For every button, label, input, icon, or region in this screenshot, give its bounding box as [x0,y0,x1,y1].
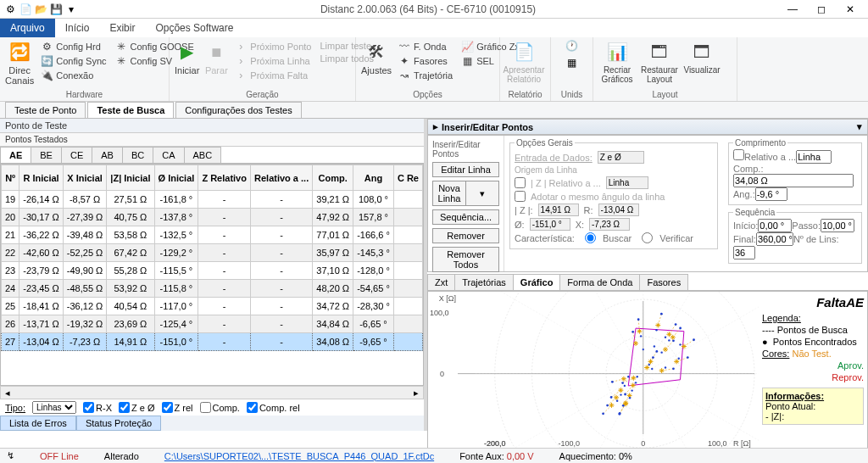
gtab-forma-onda[interactable]: Forma de Onda [559,274,640,290]
new-icon[interactable]: 📄 [19,3,32,16]
nova-linha-button[interactable]: Nova Linha [432,181,466,206]
table-row[interactable]: 26-13,71 Ω-19,32 Ω23,69 Ω-125,4 °--34,84… [2,315,423,333]
passo-input[interactable] [821,219,854,232]
restaurar-layout[interactable]: 🗔Restaurar Layout [641,40,678,84]
save-icon[interactable]: 💾 [49,3,63,16]
config-hrd[interactable]: ⚙Config Hrd [39,40,108,53]
table-row[interactable]: 20-30,17 Ω-27,39 Ω40,75 Ω-137,8 °--47,92… [2,209,423,226]
tab-arquivo[interactable]: Arquivo [0,19,55,37]
ajustes-button[interactable]: 🛠 Ajustes [361,40,392,75]
col-header[interactable]: Nº [2,165,19,191]
tab-exibir[interactable]: Exibir [99,19,145,37]
proxima-falta[interactable]: ›Próxima Falta [233,69,313,82]
table-row[interactable]: 24-23,45 Ω-48,55 Ω53,92 Ω-115,8 °--48,20… [2,280,423,298]
phase-ce[interactable]: CE [61,147,92,163]
ang-input[interactable] [755,187,787,201]
gtab-trajetorias[interactable]: Trajetórias [454,274,514,290]
phase-ae[interactable]: AE [0,147,31,163]
o-input[interactable] [530,218,570,231]
nlin-input[interactable] [733,246,755,259]
col-header[interactable]: R Inicial [19,165,64,191]
status-path[interactable]: C:\Users\SUPORTE02\...\TESTE_BUSCA_P446_… [164,451,434,461]
radio-verificar[interactable] [642,232,653,243]
table-row[interactable]: 19-26,14 Ω-8,57 Ω27,51 Ω-161,8 °--39,21 … [2,191,423,209]
proxima-linha[interactable]: ›Próxima Linha [233,54,313,68]
gtab-zxt[interactable]: Zxt [427,274,455,290]
f-onda[interactable]: 〰F. Onda [397,40,454,53]
comp-input[interactable] [733,174,854,187]
nova-linha-dropdown[interactable]: ▾ [466,181,499,206]
gtab-grafico[interactable]: Gráfico [513,274,561,290]
grid-icon[interactable]: ▦ [566,57,578,69]
chk-zrel2[interactable] [515,177,526,188]
col-header[interactable]: |Z| Inicial [107,165,154,191]
parar-button[interactable]: ■ Parar [204,40,228,75]
col-header[interactable]: Ang [353,165,394,191]
chk-comprel[interactable]: Comp. rel [247,402,300,413]
subtab-lista-erros[interactable]: Lista de Erros [0,416,76,431]
doctab-teste-ponto[interactable]: Teste de Ponto [5,102,86,118]
col-header[interactable]: Comp. [313,165,353,191]
table-row[interactable]: 27-13,04 Ω-7,23 Ω14,91 Ω-151,0 °--34,08 … [2,333,423,351]
inicio-input[interactable] [758,219,792,232]
relatorio-button[interactable]: 📄 Apresentar Relatório [505,40,542,84]
doctab-config-testes[interactable]: Configurações dos Testes [175,102,301,118]
chk-rx[interactable]: R-X [83,402,112,413]
points-table[interactable]: NºR InicialX Inicial|Z| InicialØ Inicial… [1,165,423,351]
chk-zrel[interactable]: Z rel [162,402,193,413]
editar-linha-button[interactable]: Editar Linha [432,162,499,177]
minimize-button[interactable]: ― [778,0,807,19]
col-header[interactable]: Ø Inicial [154,165,198,191]
remover-button[interactable]: Remover [432,228,499,243]
table-row[interactable]: 21-36,22 Ω-39,48 Ω53,58 Ω-132,5 °--77,01… [2,226,423,244]
dropdown-icon[interactable]: ▾ [64,3,78,16]
col-header[interactable]: C Re [393,165,422,191]
config-sync[interactable]: 🔄Config Sync [39,54,108,68]
sequencia-button[interactable]: Sequência... [432,209,499,225]
phase-ab[interactable]: AB [92,147,123,163]
chk-adotar[interactable] [515,191,526,202]
col-header[interactable]: Relativo a ... [250,165,312,191]
r-input[interactable] [598,204,639,216]
maximize-button[interactable]: ◻ [807,0,836,19]
rel-select[interactable] [796,150,832,164]
x-input[interactable] [589,218,630,231]
trajetoria[interactable]: ↝Trajetória [397,69,454,82]
chk-relativo[interactable] [733,149,744,160]
visualizar[interactable]: 🗖Visualizar [683,40,721,75]
phase-abc[interactable]: ABC [184,147,222,163]
gtab-fasores[interactable]: Fasores [639,274,688,290]
zrel-select[interactable] [606,176,648,189]
doctab-teste-busca[interactable]: Teste de Busca [87,102,174,118]
direc-canais-button[interactable]: 🔁 Direc Canais [5,40,34,86]
col-header[interactable]: Z Relativo [198,165,251,191]
radio-buscar[interactable] [585,232,596,243]
tab-inicio[interactable]: Início [55,19,100,37]
entrada-dados[interactable] [598,151,644,164]
z-input[interactable] [538,204,579,216]
conexao[interactable]: 🔌Conexão [39,69,108,82]
close-button[interactable]: ✕ [836,0,865,19]
open-icon[interactable]: 📂 [34,3,47,16]
phase-ca[interactable]: CA [153,147,184,163]
table-row[interactable]: 23-23,79 Ω-49,90 Ω55,28 Ω-115,5 °--37,10… [2,262,423,280]
chk-comp[interactable]: Comp. [200,402,240,413]
table-row[interactable]: 25-18,41 Ω-36,12 Ω40,54 Ω-117,0 °--34,72… [2,298,423,315]
tab-opcoes[interactable]: Opções Software [145,19,243,37]
proximo-ponto[interactable]: ›Próximo Ponto [233,40,313,53]
phase-be[interactable]: BE [31,147,62,163]
final-input[interactable] [756,232,793,246]
phase-bc[interactable]: BC [122,147,153,163]
subtab-status-protecao[interactable]: Status Proteção [76,416,161,431]
remover-todos-button[interactable]: Remover Todos [432,247,499,272]
iniciar-button[interactable]: ▶ Iniciar [175,40,199,75]
col-header[interactable]: X Inicial [63,165,107,191]
fasores[interactable]: ✦Fasores [397,54,454,68]
h-scrollbar[interactable]: ◂▸ [0,386,424,399]
table-row[interactable]: 22-42,60 Ω-52,25 Ω67,42 Ω-129,2 °--35,97… [2,244,423,262]
chk-zo[interactable]: Z e Ø [119,402,155,413]
dropdown-icon[interactable]: ▾ [857,121,862,132]
tipo-select[interactable]: Linhas [32,401,76,414]
clock-icon[interactable]: 🕐 [566,40,578,52]
recriar-graficos[interactable]: 📊Recriar Gráficos [598,40,636,84]
